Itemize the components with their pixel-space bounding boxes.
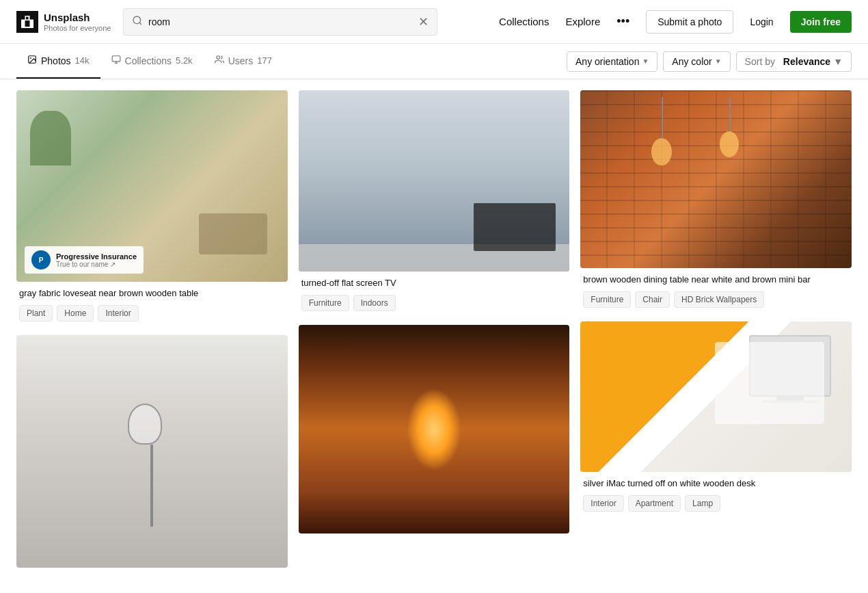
tab-users[interactable]: Users 177	[204, 44, 283, 79]
login-button[interactable]: Login	[739, 11, 784, 33]
photos-icon	[27, 55, 37, 66]
color-chevron-icon: ▼	[715, 57, 722, 65]
color-filter[interactable]: Any color ▼	[663, 51, 730, 72]
tag-furniture[interactable]: Furniture	[301, 295, 349, 311]
sort-value: Relevance	[783, 56, 830, 67]
svg-point-0	[133, 16, 141, 24]
tag-indoors[interactable]: Indoors	[353, 295, 396, 311]
tag-hd-brick[interactable]: HD Brick Wallpapers	[674, 291, 764, 308]
tab-users-label: Users	[228, 55, 254, 66]
tag-interior-2[interactable]: Interior	[583, 495, 623, 512]
photo-grid: P Progressive Insurance True to our name…	[16, 90, 852, 568]
tag-list-2: Furniture Indoors	[301, 295, 567, 311]
tag-apartment[interactable]: Apartment	[628, 495, 681, 512]
tab-photos[interactable]: Photos 14k	[16, 44, 100, 79]
tag-chair[interactable]: Chair	[635, 291, 670, 308]
logo-text: Unsplash Photos for everyone	[44, 12, 111, 32]
logo-area: Unsplash Photos for everyone	[16, 11, 112, 33]
orientation-chevron-icon: ▼	[642, 57, 649, 65]
photo-card-4[interactable]	[16, 335, 288, 568]
logo-sub: Photos for everyone	[44, 24, 111, 32]
photo-meta-6: silver iMac turned off on white wooden d…	[580, 472, 852, 514]
photo-title-3: brown wooden dining table near white and…	[583, 274, 849, 286]
svg-point-3	[30, 57, 31, 59]
tag-interior[interactable]: Interior	[98, 305, 138, 321]
tag-plant[interactable]: Plant	[19, 305, 53, 321]
tag-lamp[interactable]: Lamp	[685, 495, 720, 512]
list-item: silver iMac turned off on white wooden d…	[580, 321, 852, 514]
photo-meta-3: brown wooden dining table near white and…	[580, 268, 852, 311]
photo-title-6: silver iMac turned off on white wooden d…	[583, 477, 849, 490]
list-item: brown wooden dining table near white and…	[580, 90, 852, 311]
sponsor-name: Progressive Insurance	[56, 252, 137, 261]
orientation-filter-label: Any orientation	[575, 56, 639, 67]
svg-line-1	[139, 23, 141, 25]
svg-rect-4	[112, 56, 120, 62]
nav-links: Collections Explore •••	[499, 14, 629, 29]
list-item	[299, 325, 570, 533]
photo-col-2: turned-off flat screen TV Furniture Indo…	[299, 90, 570, 533]
tag-list-1: Plant Home Interior	[19, 305, 285, 321]
submit-photo-button[interactable]: Submit a photo	[646, 10, 733, 34]
photo-card-5[interactable]	[299, 325, 570, 533]
list-item	[16, 335, 288, 568]
orientation-filter[interactable]: Any orientation ▼	[567, 51, 657, 72]
sub-header: Photos 14k Collections 5.2k Users 177 An…	[0, 44, 868, 79]
main-header: Unsplash Photos for everyone ✕ Collectio…	[0, 0, 868, 44]
list-item: turned-off flat screen TV Furniture Indo…	[299, 90, 570, 314]
nav-collections[interactable]: Collections	[499, 16, 549, 27]
collections-icon	[111, 55, 121, 66]
photo-meta-2: turned-off flat screen TV Furniture Indo…	[299, 272, 570, 314]
sort-label: Sort by	[745, 56, 775, 67]
tag-furniture-2[interactable]: Furniture	[583, 291, 631, 308]
nav-more-icon[interactable]: •••	[616, 14, 629, 29]
tab-photos-count: 14k	[75, 55, 90, 66]
photo-card-2[interactable]	[299, 90, 570, 272]
sub-filters: Any orientation ▼ Any color ▼ Sort by Re…	[567, 51, 852, 72]
svg-point-7	[217, 56, 220, 60]
tab-collections-count: 5.2k	[176, 55, 193, 66]
photo-card-3[interactable]	[580, 90, 852, 268]
logo-name: Unsplash	[44, 12, 111, 24]
photo-card-1[interactable]: P Progressive Insurance True to our name…	[16, 90, 288, 282]
photo-col-1: P Progressive Insurance True to our name…	[16, 90, 288, 568]
tab-photos-label: Photos	[41, 55, 71, 66]
tab-collections[interactable]: Collections 5.2k	[100, 44, 204, 79]
photo-card-6[interactable]	[580, 321, 852, 472]
header-actions: Submit a photo Login Join free	[646, 10, 852, 34]
tag-home[interactable]: Home	[57, 305, 94, 321]
tag-list-3: Furniture Chair HD Brick Wallpapers	[583, 291, 849, 308]
color-filter-label: Any color	[672, 56, 711, 67]
sponsor-tagline: True to our name ↗	[56, 261, 137, 268]
users-icon	[215, 55, 224, 66]
list-item: P Progressive Insurance True to our name…	[16, 90, 288, 324]
search-input[interactable]	[148, 16, 413, 27]
search-icon	[132, 15, 143, 29]
photo-title-2: turned-off flat screen TV	[301, 277, 567, 289]
photo-meta-1: gray fabric loveseat near brown wooden t…	[16, 282, 288, 324]
tag-list-6: Interior Apartment Lamp	[583, 495, 849, 512]
nav-explore[interactable]: Explore	[565, 16, 600, 27]
main-content: P Progressive Insurance True to our name…	[0, 79, 868, 579]
photo-col-3: brown wooden dining table near white and…	[580, 90, 852, 514]
sort-chevron-icon: ▼	[833, 56, 843, 67]
join-button[interactable]: Join free	[790, 11, 852, 33]
sort-filter[interactable]: Sort by Relevance ▼	[736, 51, 852, 72]
sponsor-logo: P	[31, 250, 51, 269]
photo-title-1: gray fabric loveseat near brown wooden t…	[19, 287, 285, 300]
tab-users-count: 177	[257, 55, 272, 66]
sponsor-overlay: P Progressive Insurance True to our name…	[25, 246, 144, 274]
sponsor-text: Progressive Insurance True to our name ↗	[56, 252, 137, 268]
search-clear-icon[interactable]: ✕	[418, 16, 429, 28]
logo-icon[interactable]	[16, 11, 38, 33]
tab-collections-label: Collections	[125, 55, 172, 66]
search-bar[interactable]: ✕	[123, 8, 437, 36]
